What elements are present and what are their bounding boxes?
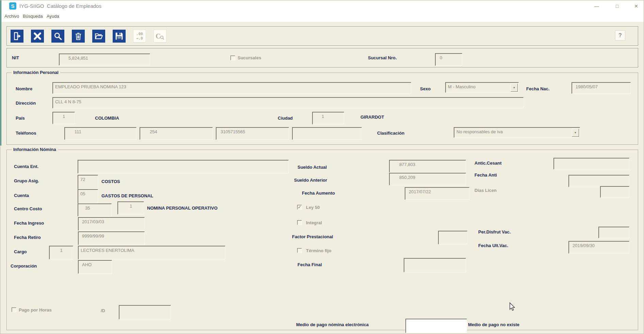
sueldo-actual-field[interactable]: 877,803 [389, 160, 466, 172]
sucursal-nro-label: Sucursal Nro. [368, 55, 397, 60]
telefono-field-2[interactable]: 254 [140, 127, 213, 140]
open-folder-icon[interactable] [92, 30, 105, 43]
integral-label: Integral [306, 220, 322, 225]
save-icon[interactable] [113, 30, 126, 43]
centro-costo-field-1[interactable]: 35 [78, 203, 112, 216]
window-title: IYG-SIIGO Catálogo de Empleados [19, 3, 101, 9]
title-bar: S IYG-SIIGO Catálogo de Empleados — □ ✕ [0, 0, 644, 12]
close-button[interactable]: ✕ [629, 2, 643, 11]
search-icon[interactable] [51, 30, 64, 43]
decimal-format-icon[interactable]: .00 →.0 [133, 30, 146, 43]
ciudad-field[interactable]: 1 [312, 112, 344, 124]
cargo-field[interactable]: 1 [49, 246, 73, 259]
medio-pago-field[interactable] [405, 319, 467, 333]
sucursal-nro-field[interactable]: 0 [435, 53, 462, 66]
factor-prestacional-field[interactable] [438, 231, 467, 244]
medio-pago-label: Medio de pago nómina electrónica [296, 322, 369, 327]
grupo-asig-name: COSTOS [101, 179, 120, 184]
delete-icon[interactable] [72, 30, 85, 43]
cuenta-name: GASTOS DE PERSONAL [101, 193, 153, 198]
per-disfrut-field[interactable] [598, 227, 629, 238]
window-edge-accent [0, 0, 1, 146]
chevron-down-icon[interactable] [572, 128, 579, 137]
grupo-asig-field[interactable]: 72 [78, 175, 98, 189]
pago-horas-label: Pago por Horas [19, 307, 52, 313]
personal-legend: Información Personal [12, 70, 60, 75]
cuenta-ent-field[interactable] [78, 160, 289, 173]
telefonos-label: Teléfonos [16, 131, 36, 136]
sexo-select[interactable]: M - Masculino [445, 82, 519, 93]
nit-label: NIT [12, 55, 19, 60]
fecha-nac-field[interactable]: 1980/05/07 [571, 82, 631, 94]
termino-fijo-checkbox[interactable] [297, 248, 302, 253]
integral-checkbox[interactable] [297, 220, 302, 225]
sexo-label: Sexo [420, 86, 431, 91]
pago-horas-checkbox[interactable] [12, 307, 16, 312]
sueldo-anterior-field[interactable]: 850,209 [389, 173, 466, 185]
clasificacion-select[interactable]: No responsables de iva [454, 127, 580, 138]
direccion-label: Dirección [16, 101, 36, 106]
telefono-field-4[interactable] [292, 127, 362, 140]
cuenta-field[interactable]: 05 [78, 189, 98, 203]
nomina-legend: Información Nómina [12, 147, 58, 152]
clasificacion-label: Clasificación [377, 131, 404, 136]
menu-busqueda[interactable]: Búsqueda [23, 14, 43, 19]
fecha-nac-label: Fecha Nac. [526, 86, 550, 91]
pago-horas-field[interactable] [119, 305, 171, 319]
clasificacion-value: No responsables de iva [456, 129, 503, 134]
minimize-button[interactable]: — [590, 2, 603, 11]
direccion-field[interactable]: CLL 4 N 8-75 [52, 97, 524, 108]
antic-cesant-label: Antic.Cesant [474, 161, 501, 166]
fecha-anti-field[interactable] [568, 175, 629, 187]
pais-name: COLOMBIA [95, 116, 119, 121]
menu-archivo[interactable]: Archivo [4, 14, 19, 19]
fecha-ingreso-field[interactable]: 2017/03/03 [78, 217, 145, 231]
cancel-icon[interactable] [31, 30, 44, 43]
query-search-icon[interactable]: C [154, 30, 166, 43]
antic-cesant-field[interactable] [553, 158, 629, 169]
nombre-field[interactable]: EMPLEADO PRUEBA NOMINA 123 [52, 82, 411, 94]
fecha-final-field[interactable] [404, 258, 466, 272]
decimal-top-text: .00 [136, 32, 143, 36]
sucursales-label: Sucursales [238, 55, 261, 60]
centro-costo-field-2[interactable]: 1 [117, 201, 144, 214]
fecha-anti-label: Fecha Anti [474, 172, 497, 178]
menu-ayuda[interactable]: Ayuda [47, 14, 59, 19]
ciudad-name: GIRARDOT [360, 115, 384, 120]
telefono-field-1[interactable]: 111 [64, 127, 136, 140]
centro-costo-label: Centro Costo [14, 206, 42, 211]
telefono-field-3[interactable]: 3105715565 [216, 127, 289, 140]
pais-field[interactable]: 1 [52, 112, 75, 124]
cuenta-label: Cuenta [14, 193, 29, 198]
fecha-ult-vac-label: Fecha Ult.Vac. [478, 243, 508, 248]
grupo-asig-label: Grupo Asig. [14, 178, 39, 183]
mouse-cursor [509, 302, 516, 313]
sucursales-checkbox[interactable] [230, 56, 235, 60]
help-button[interactable]: ? [615, 30, 625, 41]
d-label: /D [101, 308, 105, 313]
nit-field[interactable]: 5,824,851 [59, 54, 150, 65]
menu-bar: Archivo Búsqueda Ayuda [0, 12, 644, 22]
fecha-ult-vac-field[interactable]: 2019/09/30 [568, 241, 629, 254]
sueldo-actual-label: Sueldo Actual [297, 165, 327, 170]
ciudad-label: Ciudad [278, 116, 293, 121]
nombre-label: Nombre [16, 86, 32, 91]
decimal-bottom-text: →.0 [136, 36, 143, 41]
corporacion-field[interactable]: AHO [78, 260, 112, 274]
cargo-label: Cargo [14, 249, 27, 254]
ley50-label: Ley 50 [306, 205, 320, 210]
exit-icon[interactable] [11, 30, 23, 43]
dias-licen-field[interactable] [600, 186, 629, 198]
maximize-button[interactable]: □ [610, 2, 624, 11]
cuenta-ent-label: Cuenta Ent. [14, 164, 38, 169]
medio-pago-status: Medio de pago no existe [468, 322, 519, 327]
termino-fijo-label: Término fijo [306, 248, 331, 253]
ley50-checkbox[interactable] [297, 205, 302, 210]
cargo-name-field[interactable]: LECTORES ENERTOLIMA [78, 246, 225, 259]
fecha-final-label: Fecha Final [297, 262, 322, 267]
fecha-aumento-field[interactable]: 2017/07/22 [405, 187, 469, 200]
fecha-retiro-field[interactable]: 9999/99/99 [78, 231, 145, 245]
sexo-value: M - Masculino [448, 84, 476, 89]
chevron-down-icon[interactable] [511, 84, 518, 92]
factor-prestacional-label: Factor Prestacional [292, 234, 333, 239]
